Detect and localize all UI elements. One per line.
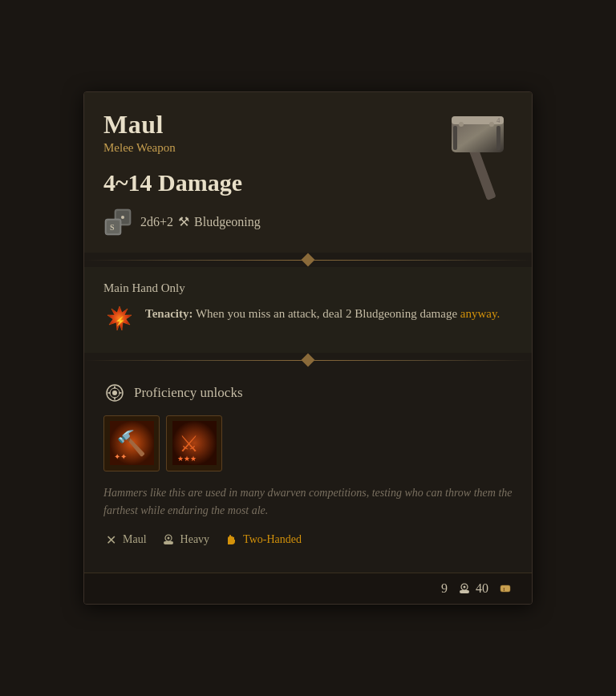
- tags-row: ✕ Maul Heavy: [103, 532, 513, 547]
- proficiency-icon: [103, 382, 126, 404]
- bottom-bar: 9 40 I: [84, 573, 532, 604]
- stat-weight: 40: [457, 581, 488, 596]
- tag-maul-label: Maul: [123, 533, 147, 546]
- stat-number-value: 9: [441, 581, 448, 596]
- trait-description: Tenacity: When you miss an attack, deal …: [145, 305, 500, 323]
- svg-text:✦✦: ✦✦: [114, 452, 127, 461]
- flavor-text: Hammers like this are used in many dwarv…: [103, 484, 513, 520]
- divider-2: [84, 353, 532, 367]
- tag-maul: ✕ Maul: [103, 532, 147, 547]
- weight-stat-icon: [457, 581, 472, 596]
- ability-icon-2[interactable]: ⚔ ★★★: [166, 415, 222, 471]
- svg-text:S: S: [110, 223, 115, 232]
- middle-section: Main Hand Only ⚡: [84, 267, 532, 353]
- ability-icon-1[interactable]: 🔨 ✦✦: [103, 415, 160, 471]
- stat-number: 9: [441, 581, 448, 596]
- stat-weight-value: 40: [476, 581, 488, 596]
- proficiency-header: Proficiency unlocks: [103, 382, 513, 404]
- trait-name: Tenacity:: [145, 307, 192, 320]
- item-card: 4 Maul Melee Weapon 4~14 Damage: [83, 91, 533, 605]
- bottom-section: Proficiency unlocks 🔨 ✦✦: [84, 367, 532, 573]
- svg-point-6: [489, 122, 494, 127]
- tag-two-handed-label: Two-Handed: [243, 533, 302, 546]
- tag-heavy-label: Heavy: [180, 533, 210, 546]
- svg-text:⚔: ⚔: [179, 431, 199, 456]
- stat-coin: I: [498, 581, 513, 596]
- top-section: 4 Maul Melee Weapon 4~14 Damage: [84, 92, 532, 253]
- svg-text:⚡: ⚡: [115, 315, 126, 326]
- dice-icon: S: [103, 208, 132, 237]
- proficiency-label: Proficiency unlocks: [134, 385, 243, 401]
- svg-rect-31: [164, 541, 173, 544]
- svg-text:★★★: ★★★: [177, 455, 197, 463]
- tenacity-icon: ⚡: [103, 305, 136, 337]
- dice-formula: 2d6+2 ⚒ Bludgeoning: [140, 214, 261, 229]
- svg-rect-0: [468, 144, 496, 200]
- svg-point-13: [121, 216, 124, 219]
- svg-rect-34: [460, 590, 469, 593]
- tag-two-handed: Two-Handed: [224, 532, 302, 547]
- svg-text:I: I: [503, 586, 505, 593]
- svg-rect-35: [500, 585, 510, 592]
- main-hand-label: Main Hand Only: [103, 281, 513, 295]
- weapon-image: 4: [419, 100, 524, 204]
- crossed-swords-icon: ✕: [103, 532, 118, 547]
- dice-row: S 2d6+2 ⚒ Bludgeoning: [103, 208, 513, 237]
- svg-point-33: [464, 586, 466, 589]
- divider-diamond-2: [302, 353, 315, 366]
- trait-row: ⚡ Tenacity: When you miss an attack, dea…: [103, 305, 513, 337]
- divider-1: [84, 253, 532, 267]
- svg-point-5: [459, 122, 464, 127]
- svg-rect-3: [453, 126, 457, 150]
- coin-icon: I: [498, 581, 513, 596]
- divider-diamond: [302, 253, 315, 266]
- ability-icons: 🔨 ✦✦ ⚔ ★★★: [103, 415, 513, 471]
- weight-tag-icon: [161, 532, 176, 547]
- svg-point-22: [112, 390, 117, 395]
- tag-heavy: Heavy: [161, 532, 210, 547]
- svg-rect-4: [496, 126, 500, 150]
- trait-desc-plain: When you miss an attack, deal 2 Bludgeon…: [196, 307, 460, 320]
- svg-point-30: [167, 537, 169, 540]
- svg-text:4: 4: [496, 116, 500, 124]
- hand-icon: [224, 532, 238, 547]
- trait-desc-highlight: anyway.: [460, 307, 500, 320]
